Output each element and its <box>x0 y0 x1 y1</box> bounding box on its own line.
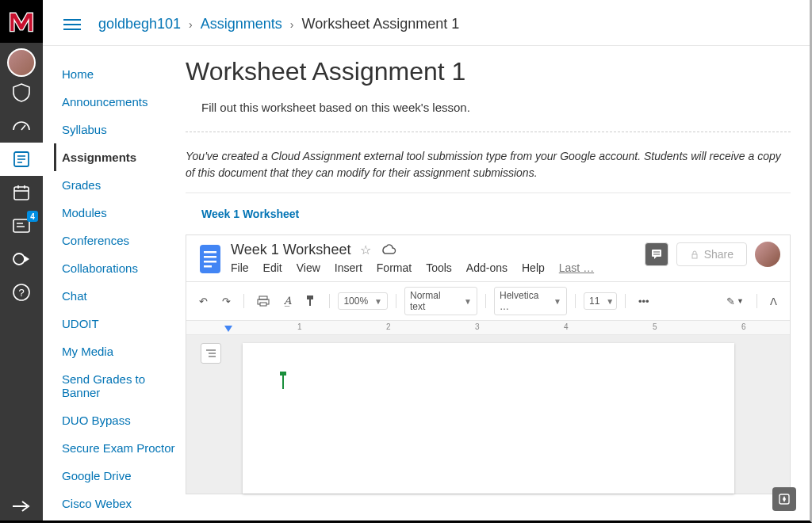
doc-page[interactable] <box>243 343 734 494</box>
svg-rect-28 <box>309 299 311 306</box>
course-nav-item[interactable]: Secure Exam Proctor <box>62 434 186 462</box>
spellcheck-button[interactable]: A̲ <box>279 292 296 311</box>
svg-rect-19 <box>204 265 212 268</box>
style-select[interactable]: Normal text▼ <box>404 287 477 315</box>
course-nav-item[interactable]: UDOIT <box>62 310 186 337</box>
more-button[interactable]: ••• <box>634 292 654 311</box>
font-size-select[interactable]: 11▼ <box>584 292 617 310</box>
course-nav-item[interactable]: Assignments <box>54 143 186 171</box>
doc-ruler[interactable]: 123456 <box>186 321 790 335</box>
doc-user-avatar[interactable] <box>755 242 780 267</box>
redo-button[interactable]: ↷ <box>217 292 236 311</box>
outline-toggle[interactable] <box>201 343 221 364</box>
print-button[interactable] <box>252 292 274 310</box>
chevron-right-icon: › <box>189 18 193 31</box>
nav-commons[interactable] <box>0 242 43 276</box>
course-nav-item[interactable]: Collaborations <box>62 254 186 282</box>
course-nav-item[interactable]: Conferences <box>62 227 186 254</box>
explore-button[interactable] <box>772 487 796 511</box>
doc-menu-item[interactable]: File <box>231 261 249 274</box>
nav-account[interactable] <box>0 43 43 76</box>
ruler-mark: 4 <box>564 322 569 331</box>
doc-canvas[interactable] <box>186 335 790 494</box>
chevron-right-icon: › <box>290 18 294 31</box>
page-title: Worksheet Assignment 1 <box>186 57 791 86</box>
document-link[interactable]: Week 1 Worksheet <box>186 208 791 220</box>
course-nav-item[interactable]: My Media <box>62 337 186 365</box>
breadcrumb-current: Worksheet Assignment 1 <box>302 16 460 32</box>
course-nav: HomeAnnouncementsSyllabusAssignmentsGrad… <box>43 46 186 520</box>
course-nav-item[interactable]: Modules <box>62 199 186 227</box>
collapse-toolbar-button[interactable]: ᐱ <box>765 292 782 311</box>
breadcrumb-course[interactable]: goldbegh101 <box>98 16 181 32</box>
nav-courses[interactable] <box>0 143 43 176</box>
course-nav-item[interactable]: Cisco Webex <box>62 490 186 517</box>
global-nav: 4 ? <box>0 0 43 520</box>
svg-rect-17 <box>204 256 216 258</box>
course-nav-item[interactable]: Chat <box>62 282 186 310</box>
svg-line-0 <box>21 125 25 130</box>
svg-rect-24 <box>259 296 267 299</box>
svg-rect-23 <box>692 254 697 258</box>
doc-menu-item[interactable]: Insert <box>335 261 362 274</box>
nav-inbox[interactable]: 4 <box>0 209 43 242</box>
nav-help[interactable]: ? <box>0 276 43 309</box>
svg-rect-27 <box>307 296 313 299</box>
assignment-description: Fill out this worksheet based on this we… <box>186 101 791 114</box>
indent-marker-icon[interactable] <box>224 326 232 334</box>
doc-menu: FileEditViewInsertFormatToolsAdd-onsHelp… <box>231 261 645 274</box>
cloud-icon[interactable] <box>381 243 396 257</box>
menu-toggle-icon[interactable] <box>63 19 81 30</box>
course-nav-item[interactable]: Send Grades to Banner <box>62 365 186 406</box>
svg-rect-18 <box>204 261 216 263</box>
svg-rect-16 <box>204 251 216 254</box>
svg-rect-15 <box>200 245 220 273</box>
star-icon[interactable]: ☆ <box>360 242 371 257</box>
paint-format-button[interactable] <box>301 292 321 311</box>
share-button[interactable]: Share <box>676 242 747 266</box>
breadcrumb-section[interactable]: Assignments <box>201 16 282 32</box>
doc-menu-item[interactable]: View <box>297 261 320 274</box>
svg-rect-5 <box>14 187 29 200</box>
course-nav-item[interactable]: DUO Bypass <box>62 406 186 434</box>
avatar-icon <box>7 48 36 77</box>
comments-button[interactable] <box>645 242 668 266</box>
course-nav-item[interactable]: Grades <box>62 171 186 199</box>
svg-point-12 <box>13 254 25 265</box>
nav-dashboard[interactable] <box>0 109 43 143</box>
course-nav-item[interactable]: Google Drive <box>62 462 186 490</box>
doc-menu-item[interactable]: Add-ons <box>466 261 508 274</box>
course-nav-item[interactable]: Announcements <box>62 88 186 116</box>
ruler-mark: 2 <box>386 322 391 331</box>
doc-last-edit[interactable]: Last … <box>559 261 594 274</box>
doc-menu-item[interactable]: Format <box>377 261 412 274</box>
docs-logo-icon[interactable] <box>196 242 224 276</box>
cloud-assignment-notice: You've created a Cloud Assignment extern… <box>186 148 791 193</box>
course-nav-item[interactable]: Home <box>62 60 186 88</box>
editing-mode-button[interactable]: ✎ ▼ <box>722 292 749 311</box>
font-select[interactable]: Helvetica …▼ <box>494 287 567 315</box>
ruler-mark: 5 <box>653 322 657 331</box>
course-nav-item[interactable]: Syllabus <box>62 116 186 143</box>
doc-title[interactable]: Week 1 Worksheet <box>231 242 350 258</box>
doc-menu-item[interactable]: Edit <box>263 261 282 274</box>
svg-rect-9 <box>13 219 29 232</box>
ruler-mark: 3 <box>475 322 480 331</box>
breadcrumb: goldbegh101 › Assignments › Worksheet As… <box>43 0 810 46</box>
svg-rect-26 <box>260 303 266 306</box>
doc-menu-item[interactable]: Tools <box>426 261 452 274</box>
text-cursor <box>282 375 284 389</box>
nav-calendar[interactable] <box>0 176 43 209</box>
institution-logo[interactable] <box>0 0 43 43</box>
collapse-nav-icon[interactable] <box>11 498 32 517</box>
nav-admin[interactable] <box>0 76 43 109</box>
svg-text:?: ? <box>18 287 24 299</box>
undo-button[interactable]: ↶ <box>194 292 213 311</box>
zoom-select[interactable]: 100%▼ <box>338 292 388 310</box>
doc-toolbar: ↶ ↷ A̲ 100%▼ Normal text▼ Helvetica …▼ <box>186 281 790 321</box>
doc-menu-item[interactable]: Help <box>522 261 545 274</box>
ruler-mark: 1 <box>297 322 302 331</box>
nav-inbox-badge: 4 <box>27 211 38 222</box>
embedded-doc: Week 1 Worksheet ☆ FileEditViewInsertFor… <box>186 234 791 494</box>
ruler-mark: 6 <box>741 322 746 331</box>
